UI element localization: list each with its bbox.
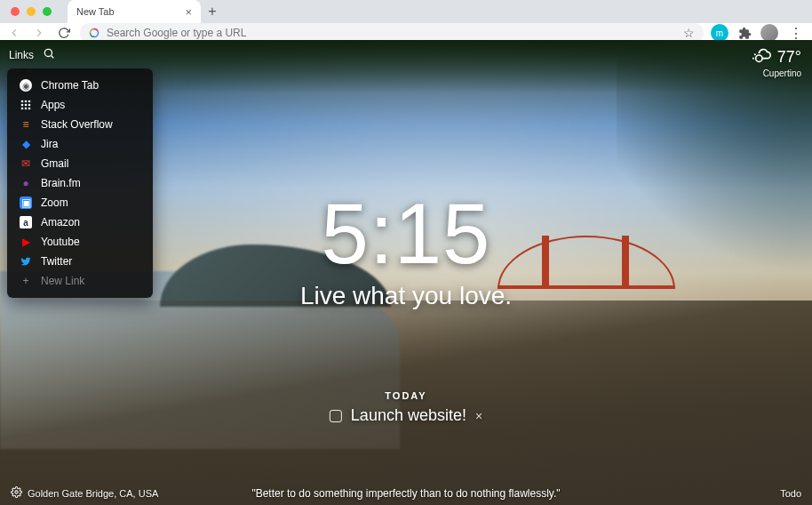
- newtab-content: Links ◉ Chrome Tab Apps ≡ Stack Overflow…: [0, 40, 812, 505]
- bookmark-star-icon[interactable]: ☆: [683, 26, 695, 40]
- focus-text: Launch website!: [351, 406, 466, 425]
- link-label: Gmail: [41, 157, 68, 170]
- svg-point-6: [21, 104, 24, 107]
- weather-widget[interactable]: 77° Cupertino: [752, 45, 801, 78]
- link-label: Chrome Tab: [41, 79, 99, 92]
- bottom-bar: Golden Gate Bridge, CA, USA "Better to d…: [0, 486, 812, 500]
- minimize-window-button[interactable]: [27, 7, 36, 16]
- svg-point-16: [15, 491, 18, 493]
- tab-new-tab[interactable]: New Tab ×: [68, 0, 201, 23]
- link-item-jira[interactable]: ◆ Jira: [7, 134, 153, 154]
- svg-point-8: [28, 104, 31, 107]
- link-label: Zoom: [41, 196, 68, 209]
- link-item-apps[interactable]: Apps: [7, 95, 153, 115]
- link-item-stack-overflow[interactable]: ≡ Stack Overflow: [7, 115, 153, 134]
- focus-widget: TODAY Launch website! ×: [330, 390, 482, 425]
- gear-icon[interactable]: [11, 486, 22, 500]
- link-item-zoom[interactable]: ▣ Zoom: [7, 193, 153, 212]
- svg-point-10: [25, 108, 28, 110]
- weather-location: Cupertino: [752, 68, 801, 78]
- svg-point-7: [25, 104, 28, 107]
- weather-icon: [752, 45, 772, 68]
- link-label: Apps: [41, 99, 65, 111]
- amazon-icon: a: [20, 216, 32, 228]
- photo-info[interactable]: Golden Gate Bridge, CA, USA: [11, 486, 158, 500]
- focus-item: Launch website! ×: [330, 406, 482, 425]
- reload-button[interactable]: [55, 24, 73, 42]
- window-controls: [0, 7, 62, 16]
- links-button-label: Links: [9, 49, 34, 61]
- svg-point-1: [44, 49, 52, 56]
- focus-clear-icon[interactable]: ×: [475, 409, 482, 423]
- extension-momentum-icon[interactable]: m: [711, 24, 728, 42]
- todo-button[interactable]: Todo: [780, 488, 801, 499]
- omnibox-input[interactable]: [107, 27, 676, 39]
- svg-point-9: [21, 108, 24, 110]
- gmail-icon: ✉: [20, 157, 32, 170]
- quote[interactable]: "Better to do something imperfectly than…: [251, 487, 560, 500]
- link-label: Amazon: [41, 216, 80, 228]
- photo-location: Golden Gate Bridge, CA, USA: [28, 488, 158, 499]
- link-item-amazon[interactable]: a Amazon: [7, 212, 153, 232]
- chrome-menu-button[interactable]: ⋮: [785, 25, 807, 42]
- links-dropdown: ◉ Chrome Tab Apps ≡ Stack Overflow ◆ Jir…: [7, 68, 153, 298]
- top-left-controls: Links: [9, 47, 55, 62]
- link-label: Twitter: [41, 255, 72, 268]
- brainfm-icon: ●: [20, 177, 32, 189]
- profile-avatar[interactable]: [760, 24, 778, 42]
- youtube-icon: ▶: [20, 236, 32, 248]
- new-tab-button[interactable]: +: [201, 1, 224, 22]
- link-item-youtube[interactable]: ▶ Youtube: [7, 232, 153, 252]
- svg-point-12: [755, 55, 761, 61]
- zoom-icon: ▣: [20, 196, 32, 209]
- link-item-gmail[interactable]: ✉ Gmail: [7, 154, 153, 173]
- tab-title: New Tab: [76, 6, 115, 17]
- maximize-window-button[interactable]: [43, 7, 52, 16]
- links-button[interactable]: Links: [9, 49, 34, 61]
- svg-line-14: [754, 54, 755, 55]
- svg-point-3: [21, 100, 24, 103]
- close-window-button[interactable]: [11, 7, 20, 16]
- apps-icon: [20, 99, 32, 111]
- link-item-brainfm[interactable]: ● Brain.fm: [7, 173, 153, 193]
- svg-point-5: [28, 100, 31, 103]
- focus-header: TODAY: [330, 390, 482, 401]
- mantra: Live what you love.: [300, 282, 512, 310]
- svg-point-4: [25, 100, 28, 103]
- new-link-label: New Link: [41, 275, 84, 287]
- clock: 5:15: [300, 191, 512, 277]
- tab-strip: New Tab × +: [0, 0, 812, 23]
- svg-line-2: [52, 56, 54, 59]
- twitter-icon: [20, 255, 32, 268]
- link-label: Jira: [41, 138, 58, 150]
- forward-button[interactable]: [30, 24, 48, 42]
- focus-checkbox[interactable]: [330, 410, 342, 422]
- plus-icon: +: [20, 275, 32, 287]
- link-label: Youtube: [41, 236, 80, 248]
- new-link-button[interactable]: + New Link: [7, 271, 153, 291]
- close-tab-icon[interactable]: ×: [185, 5, 192, 19]
- link-label: Brain.fm: [41, 177, 81, 189]
- weather-temperature: 77°: [777, 48, 801, 67]
- search-icon[interactable]: [43, 47, 55, 62]
- center-block: 5:15 Live what you love.: [300, 191, 512, 310]
- extensions-button[interactable]: [736, 24, 753, 42]
- back-button[interactable]: [5, 24, 23, 42]
- link-item-twitter[interactable]: Twitter: [7, 252, 153, 271]
- jira-icon: ◆: [20, 138, 32, 150]
- svg-point-11: [28, 108, 31, 110]
- link-item-chrome-tab[interactable]: ◉ Chrome Tab: [7, 76, 153, 95]
- browser-chrome: New Tab × + ☆ m ⋮: [0, 0, 812, 40]
- background-foliage-right: [617, 40, 812, 307]
- chrome-icon: ◉: [20, 79, 32, 92]
- link-label: Stack Overflow: [41, 118, 113, 131]
- stackoverflow-icon: ≡: [20, 118, 32, 131]
- google-icon: [89, 28, 100, 38]
